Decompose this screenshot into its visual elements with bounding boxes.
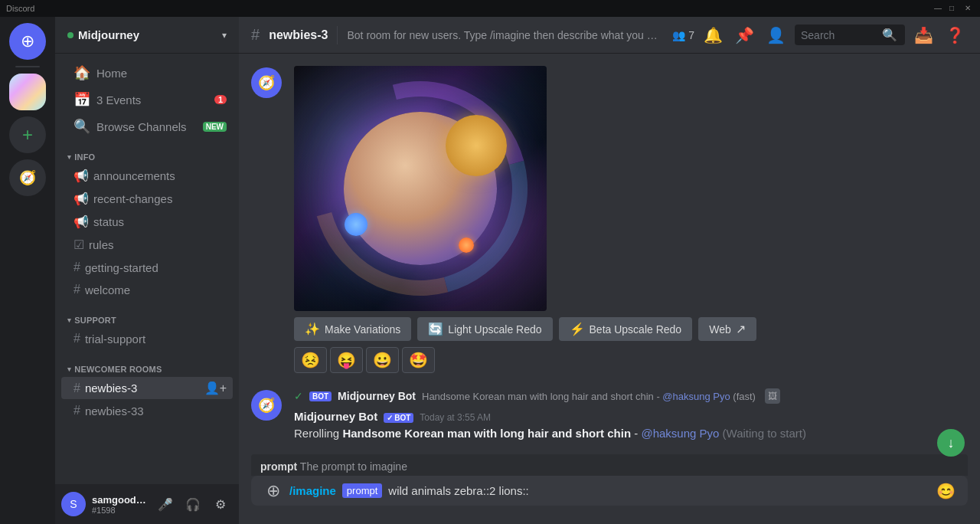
beta-upscale-redo-button[interactable]: ⚡ Beta Upscale Redo (559, 317, 693, 341)
channel-recent-changes[interactable]: 📢 recent-changes (61, 188, 233, 210)
make-variations-icon: ✨ (305, 322, 320, 336)
add-member-icon[interactable]: 👤+ (204, 381, 227, 395)
browse-icon: 🔍 (74, 118, 90, 135)
members-count: 👥 7 (672, 29, 694, 41)
slash-command-label: /imagine (289, 484, 336, 497)
help-button[interactable]: ❓ (942, 23, 968, 47)
deafen-button[interactable]: 🎧 (181, 492, 205, 516)
server-menu-chevron[interactable]: ▾ (222, 30, 227, 41)
bot-avatar-2: 🧭 (251, 390, 282, 421)
maximize-button[interactable]: □ (949, 4, 959, 13)
server-icon-midjourney[interactable] (9, 74, 46, 110)
message-group-2: 🧭 ✓ BOT Midjourney Bot Handsome Korean m… (251, 388, 968, 442)
attach-icon: ⊕ (266, 481, 280, 500)
channel-announcements[interactable]: 📢 announcements (61, 165, 233, 187)
channel-newbies-3[interactable]: # newbies-3 👤+ (61, 377, 233, 399)
emoji-button[interactable]: 😊 (936, 482, 956, 500)
make-variations-button[interactable]: ✨ Make Variations (294, 317, 411, 341)
channel-status[interactable]: 📢 status (61, 211, 233, 233)
slash-input-area: /imagine prompt (289, 476, 930, 506)
light-upscale-redo-button[interactable]: 🔄 Light Upscale Redo (417, 317, 552, 341)
announcement-icon-2: 📢 (74, 192, 89, 206)
bot-label: BOT (394, 414, 410, 422)
section-newcomer: ▾ NEWCOMER ROOMS # newbies-3 👤+ # newbie… (55, 352, 239, 421)
web-button[interactable]: Web ↗ (698, 317, 756, 341)
image-orb-3 (459, 237, 474, 253)
channel-description: Bot room for new users. Type /imagine th… (347, 29, 663, 41)
explore-servers-button[interactable]: 🧭 (9, 159, 46, 196)
reaction-4[interactable]: 🤩 (402, 347, 435, 373)
channel-rules[interactable]: ☑ rules (61, 234, 233, 256)
bot-badge-inline: BOT (309, 391, 332, 401)
nav-home[interactable]: 🏠 Home (61, 60, 233, 86)
mention-haksung: @haksung Pyo (641, 427, 719, 440)
channel-welcome[interactable]: # welcome (61, 279, 233, 300)
settings-button[interactable]: ⚙ (208, 492, 233, 516)
channel-trial-support[interactable]: # trial-support (61, 328, 233, 349)
section-info-header[interactable]: ▾ INFO (55, 140, 239, 165)
add-server-button[interactable]: + (9, 116, 46, 153)
user-tag-label: #1598 (92, 506, 147, 515)
search-bar[interactable]: 🔍 (795, 25, 905, 45)
online-indicator (67, 32, 74, 38)
search-input[interactable] (801, 29, 877, 41)
reaction-2[interactable]: 😝 (330, 347, 363, 373)
prompt-hint-box: prompt The prompt to imagine (251, 454, 968, 476)
reaction-1[interactable]: 😣 (294, 347, 327, 373)
channel-name-header: newbies-3 (269, 28, 328, 42)
server-divider (15, 66, 40, 67)
reaction-3[interactable]: 😀 (366, 347, 399, 373)
minimize-button[interactable]: — (934, 4, 943, 13)
emoji-reactions: 😣 😝 😀 🤩 (294, 347, 968, 373)
waiting-status: (Waiting to start) (723, 427, 806, 440)
nav-browse-channels[interactable]: 🔍 Browse Channels NEW (61, 113, 233, 139)
messages-area: 🧭 (239, 54, 980, 476)
light-upscale-icon: 🔄 (428, 322, 443, 336)
user-controls: 🎤 🎧 ⚙ (153, 492, 233, 516)
hash-icon-4: # (74, 382, 80, 395)
rules-icon: ☑ (74, 237, 84, 252)
channel-getting-started[interactable]: # getting-started (61, 257, 233, 278)
hash-icon-5: # (74, 404, 80, 418)
channel-sidebar: Midjourney ▾ 🏠 Home 📅 3 Events 1 🔍 Brows… (55, 17, 239, 524)
action-buttons: ✨ Make Variations 🔄 Light Upscale Redo ⚡… (294, 317, 968, 341)
section-info: ▾ INFO 📢 announcements 📢 recent-changes … (55, 140, 239, 300)
section-support-header[interactable]: ▾ SUPPORT (55, 303, 239, 328)
message-image-container (294, 66, 968, 311)
header-actions: 👥 7 🔔 📌 👤 🔍 📥 ❓ (672, 23, 968, 47)
scroll-to-bottom-button[interactable]: ↓ (937, 429, 965, 457)
mute-button[interactable]: 🎤 (153, 492, 178, 516)
prompt-tag-label: prompt (342, 483, 382, 498)
channel-newbies-33[interactable]: # newbies-33 (61, 400, 233, 421)
generated-image[interactable] (294, 66, 547, 311)
user-panel: S samgoodw... #1598 🎤 🎧 ⚙ (55, 484, 239, 524)
inbox-button[interactable]: 📥 (911, 23, 936, 47)
bot-verified-badge: ✓ BOT (384, 413, 413, 423)
image-thumb-icon[interactable]: 🖼 (765, 388, 780, 404)
section-newcomer-header[interactable]: ▾ NEWCOMER ROOMS (55, 352, 239, 377)
hash-icon-3: # (74, 332, 80, 346)
username-label: samgoodw... (92, 494, 147, 506)
attach-button[interactable]: ⊕ (263, 478, 283, 504)
beta-upscale-icon: ⚡ (570, 322, 585, 336)
members-list-button[interactable]: 👤 (763, 23, 789, 47)
close-button[interactable]: ✕ (965, 4, 974, 13)
pin-button[interactable]: 📌 (732, 23, 757, 47)
events-badge: 1 (214, 95, 227, 104)
section-chevron-info: ▾ (67, 153, 71, 161)
scroll-down-icon: ↓ (948, 435, 955, 451)
server-header[interactable]: Midjourney ▾ (55, 17, 239, 54)
channel-type-icon: # (251, 26, 260, 44)
members-icon: 👥 (672, 29, 685, 41)
nav-events[interactable]: 📅 3 Events 1 (61, 87, 233, 113)
verified-icon: ✓ (294, 390, 303, 402)
input-area: ⊕ /imagine prompt 😊 (239, 476, 980, 524)
discord-home-button[interactable]: ⊕ (9, 23, 46, 60)
announcement-icon: 📢 (74, 169, 89, 183)
header-divider (337, 26, 338, 44)
inline-author: Midjourney Bot (338, 390, 416, 402)
notifications-button[interactable]: 🔔 (701, 23, 726, 47)
section-chevron-newcomer: ▾ (67, 365, 71, 373)
message-input-field[interactable] (388, 476, 930, 506)
browse-new-badge: NEW (203, 122, 227, 132)
